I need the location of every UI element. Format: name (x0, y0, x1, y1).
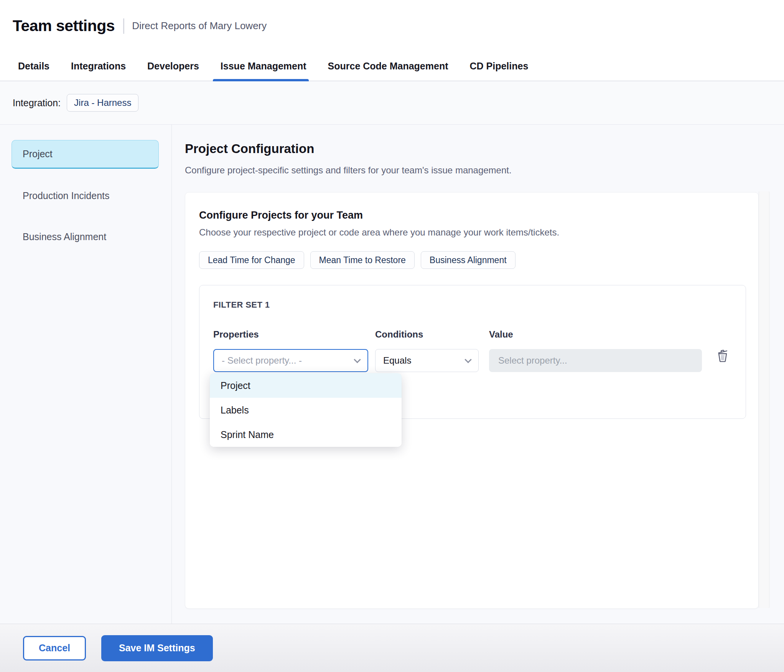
page-title: Team settings (13, 17, 115, 35)
property-select-value: - Select property... - (222, 355, 302, 366)
tab-details[interactable]: Details (17, 52, 50, 81)
tab-source-code-management[interactable]: Source Code Management (327, 52, 449, 81)
property-dropdown: Project Labels Sprint Name (210, 373, 402, 447)
tab-bar: Details Integrations Developers Issue Ma… (0, 52, 784, 81)
cancel-button[interactable]: Cancel (23, 636, 86, 660)
page-header: Team settings Direct Reports of Mary Low… (0, 0, 784, 52)
chevron-down-icon (464, 356, 471, 363)
property-select[interactable]: - Select property... - (213, 349, 368, 372)
card-description: Choose your respective project or code a… (199, 227, 744, 238)
sidebar-item-production-incidents[interactable]: Production Incidents (12, 182, 159, 210)
save-im-settings-button[interactable]: Save IM Settings (101, 635, 213, 661)
page-subtitle: Direct Reports of Mary Lowery (132, 20, 267, 32)
chevron-down-icon (354, 356, 361, 363)
integration-band: Integration: Jira - Harness (0, 81, 784, 125)
footer-action-bar: Cancel Save IM Settings (0, 624, 784, 672)
section-description: Configure project-specific settings and … (185, 165, 784, 176)
properties-column-label: Properties (213, 329, 368, 340)
tab-issue-management[interactable]: Issue Management (220, 52, 307, 81)
tab-developers[interactable]: Developers (147, 52, 200, 81)
dropdown-option-project[interactable]: Project (210, 373, 402, 398)
condition-select[interactable]: Equals (375, 349, 479, 372)
card-title: Configure Projects for your Team (199, 209, 744, 221)
filter-set-title: FILTER SET 1 (213, 300, 732, 310)
sidebar-item-business-alignment[interactable]: Business Alignment (12, 223, 159, 251)
filter-row: Properties - Select property... - Condit… (213, 329, 732, 372)
dropdown-option-labels[interactable]: Labels (210, 398, 402, 422)
section-title: Project Configuration (185, 142, 784, 156)
pill-mean-time-to-restore[interactable]: Mean Time to Restore (310, 251, 415, 269)
value-column-label: Value (489, 329, 702, 340)
pill-lead-time-for-change[interactable]: Lead Time for Change (199, 251, 304, 269)
title-separator (123, 18, 124, 34)
value-input[interactable] (489, 349, 702, 372)
dropdown-option-sprint-name[interactable]: Sprint Name (210, 422, 402, 447)
metric-pills: Lead Time for Change Mean Time to Restor… (199, 251, 744, 269)
main-panel: Project Configuration Configure project-… (172, 125, 784, 624)
condition-select-value: Equals (383, 355, 411, 366)
integration-chip[interactable]: Jira - Harness (67, 94, 138, 112)
tab-cd-pipelines[interactable]: CD Pipelines (469, 52, 529, 81)
trash-icon (715, 348, 730, 364)
delete-filter-button[interactable] (713, 347, 732, 366)
pill-business-alignment[interactable]: Business Alignment (421, 251, 516, 269)
tab-integrations[interactable]: Integrations (70, 52, 127, 81)
sidebar-item-project[interactable]: Project (12, 140, 159, 169)
content-area: Project Production Incidents Business Al… (0, 125, 784, 624)
integration-label: Integration: (13, 97, 61, 109)
vertical-scrollbar[interactable] (759, 191, 769, 608)
settings-sidebar: Project Production Incidents Business Al… (0, 125, 172, 624)
conditions-column-label: Conditions (375, 329, 479, 340)
